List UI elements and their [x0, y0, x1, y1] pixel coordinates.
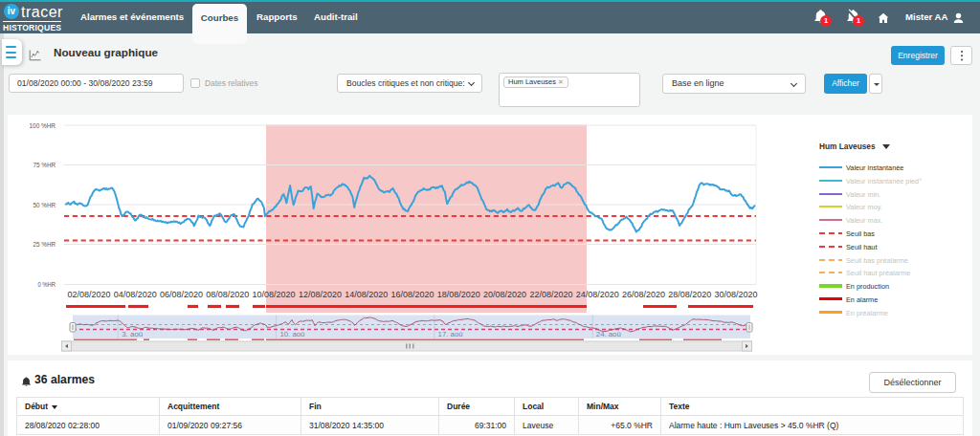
svg-text:25 %HR: 25 %HR: [33, 240, 56, 249]
svg-text:100 %HR: 100 %HR: [30, 121, 56, 130]
svg-text:12/08/2020: 12/08/2020: [299, 290, 342, 299]
svg-text:3. aoû: 3. aoû: [122, 330, 143, 338]
svg-text:02/08/2020: 02/08/2020: [67, 290, 110, 299]
svg-text:08/08/2020: 08/08/2020: [206, 290, 249, 299]
svg-text:10. aoû: 10. aoû: [279, 330, 304, 338]
svg-text:14/08/2020: 14/08/2020: [345, 290, 388, 299]
svg-text:24/08/2020: 24/08/2020: [576, 290, 619, 299]
svg-text:22/08/2020: 22/08/2020: [529, 290, 572, 299]
svg-text:50 %HR: 50 %HR: [33, 201, 56, 209]
svg-text:16/08/2020: 16/08/2020: [391, 290, 434, 299]
svg-text:24. aoû: 24. aoû: [596, 330, 621, 338]
svg-text:06/08/2020: 06/08/2020: [160, 290, 203, 299]
svg-text:75 %HR: 75 %HR: [33, 161, 56, 169]
svg-text:10/08/2020: 10/08/2020: [253, 290, 296, 299]
svg-text:20/08/2020: 20/08/2020: [483, 290, 526, 299]
svg-text:17. aoû: 17. aoû: [438, 330, 463, 338]
svg-text:18/08/2020: 18/08/2020: [437, 290, 480, 299]
svg-text:28/08/2020: 28/08/2020: [668, 290, 711, 299]
svg-text:0 %HR: 0 %HR: [38, 280, 56, 289]
svg-text:30/08/2020: 30/08/2020: [715, 290, 758, 299]
svg-text:04/08/2020: 04/08/2020: [114, 290, 157, 299]
svg-text:26/08/2020: 26/08/2020: [622, 290, 665, 299]
